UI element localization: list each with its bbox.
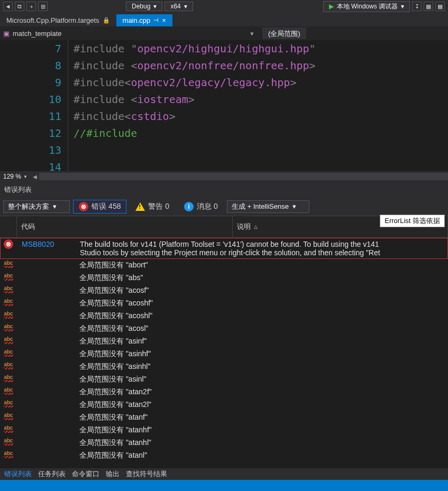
horizontal-scrollbar[interactable]: [39, 173, 448, 180]
tab-main-cpp[interactable]: main.cpp ⊣ ×: [116, 14, 172, 26]
build-intellisense-dropdown[interactable]: 生成 + IntelliSense ▾: [227, 200, 309, 213]
intellisense-icon: abc: [3, 273, 14, 281]
error-row[interactable]: abc全局范围没有 "asinhf": [0, 348, 448, 360]
grid1-icon[interactable]: ▦: [424, 2, 433, 11]
status-bar: [0, 480, 448, 491]
col-icon[interactable]: [0, 216, 17, 237]
line-number: 7: [0, 40, 61, 57]
error-description: 全局范围没有 "asinf": [75, 335, 448, 348]
error-grid-header: 代码 说明△ ErrorList 筛选依据: [0, 216, 448, 238]
tool-tab[interactable]: 查找符号结果: [126, 470, 167, 478]
error-row[interactable]: abc全局范围没有 "asinl": [0, 373, 448, 386]
pin-icon[interactable]: ⊣: [153, 17, 159, 24]
code-line[interactable]: #include "opencv2/highgui/highgui.hpp": [74, 40, 448, 57]
module-icon: ▣: [3, 30, 10, 38]
code-editor[interactable]: 7891011121314 #include "opencv2/highgui/…: [0, 40, 448, 171]
project-dropdown[interactable]: ▣ match_template ▾: [0, 30, 254, 38]
error-description: 全局范围没有 "acosf": [75, 284, 448, 297]
intellisense-icon: abc: [3, 336, 14, 344]
scroll-left-icon[interactable]: ◄: [31, 172, 39, 181]
error-row[interactable]: abc全局范围没有 "atanl": [0, 449, 448, 462]
line-number: 14: [0, 159, 61, 171]
error-row[interactable]: ⊗MSB8020The build tools for v141 (Platfo…: [0, 238, 448, 259]
solution-scope-dropdown[interactable]: 整个解决方案 ▾: [3, 200, 70, 213]
line-number: 10: [0, 91, 61, 108]
messages-count: 消息 0: [197, 202, 218, 211]
error-row[interactable]: abc全局范围没有 "atan2f": [0, 386, 448, 399]
error-row[interactable]: abc全局范围没有 "acosl": [0, 322, 448, 335]
error-description: 全局范围没有 "asinhf": [75, 348, 448, 360]
scope-dropdown[interactable]: (全局范围): [262, 27, 306, 39]
error-grid-body[interactable]: ⊗MSB8020The build tools for v141 (Platfo…: [0, 238, 448, 468]
tab-label: Microsoft.Cpp.Platform.targets: [6, 16, 99, 24]
error-row[interactable]: abc全局范围没有 "abs": [0, 272, 448, 284]
line-number: 11: [0, 108, 61, 125]
code-line[interactable]: #include <opencv2/nonfree/nonfree.hpp>: [74, 57, 448, 74]
code-line[interactable]: #include<opencv2/legacy/legacy.hpp>: [74, 74, 448, 91]
error-description: 全局范围没有 "acoshf": [75, 297, 448, 310]
close-icon[interactable]: ×: [162, 16, 166, 24]
tab-label: main.cpp: [123, 16, 151, 24]
tool-window-tabs: 错误列表 任务列表命令窗口输出查找符号结果: [0, 468, 448, 480]
error-description: 全局范围没有 "atan2f": [75, 386, 448, 399]
copy-icon[interactable]: ⧉: [15, 2, 24, 11]
col-code[interactable]: 代码: [17, 216, 233, 237]
error-row[interactable]: abc全局范围没有 "abort": [0, 259, 448, 272]
error-row[interactable]: abc全局范围没有 "asinf": [0, 335, 448, 348]
nav-back-icon[interactable]: ◄: [3, 2, 13, 11]
intellisense-icon: abc: [3, 400, 14, 407]
main-toolbar: ◄ ⧉ ＋ ⊞ Debug▾ x64▾ ▶本地 Windows 调试器▾ ↧ ▦…: [0, 0, 448, 13]
tool-tab[interactable]: 输出: [106, 470, 120, 478]
tab-platform-targets[interactable]: Microsoft.Cpp.Platform.targets 🔒: [0, 14, 116, 26]
warnings-filter-button[interactable]: 警告 0: [130, 200, 175, 214]
step-icon[interactable]: ↧: [412, 2, 422, 11]
intellisense-icon: abc: [3, 425, 14, 433]
errors-filter-button[interactable]: ⊗ 错误 458: [73, 200, 126, 214]
error-icon: ⊗: [79, 202, 88, 211]
zoom-control[interactable]: 129 % ▼: [0, 173, 31, 180]
errorlist-filter-tooltip: ErrorList 筛选依据: [380, 215, 445, 227]
error-description: 全局范围没有 "atan2l": [75, 399, 448, 411]
tool-tab[interactable]: 命令窗口: [72, 470, 99, 478]
error-row[interactable]: abc全局范围没有 "atanhf": [0, 424, 448, 437]
tab-error-list[interactable]: 错误列表: [4, 469, 32, 479]
error-description: 全局范围没有 "abort": [75, 259, 448, 272]
error-description: 全局范围没有 "atanf": [75, 411, 448, 424]
code-line[interactable]: //#include: [74, 125, 448, 142]
code-line[interactable]: [74, 159, 448, 171]
intellisense-icon: abc: [3, 450, 14, 458]
document-tab-bar: Microsoft.Cpp.Platform.targets 🔒 main.cp…: [0, 13, 448, 26]
intellisense-icon: abc: [3, 285, 14, 293]
error-row[interactable]: abc全局范围没有 "atanhl": [0, 437, 448, 449]
code-line[interactable]: #include <iostream>: [74, 91, 448, 108]
warning-icon: [135, 202, 145, 211]
zoom-value: 129 %: [3, 173, 21, 180]
tool-tab[interactable]: 任务列表: [38, 470, 66, 478]
lock-icon: 🔒: [103, 17, 110, 24]
new-icon[interactable]: ＋: [26, 2, 36, 11]
intellisense-icon: abc: [3, 412, 14, 420]
error-row[interactable]: abc全局范围没有 "asinhl": [0, 360, 448, 373]
grid2-icon[interactable]: ▦: [435, 2, 445, 11]
start-debug-button[interactable]: ▶本地 Windows 调试器▾: [323, 1, 410, 12]
code-body[interactable]: #include "opencv2/highgui/highgui.hpp"#i…: [68, 40, 448, 171]
code-line[interactable]: [74, 142, 448, 159]
devices-icon[interactable]: ⊞: [38, 2, 48, 11]
error-row[interactable]: abc全局范围没有 "acosf": [0, 284, 448, 297]
error-row[interactable]: abc全局范围没有 "acoshf": [0, 297, 448, 310]
error-row[interactable]: abc全局范围没有 "acoshl": [0, 310, 448, 322]
intellisense-icon: abc: [3, 323, 14, 331]
chevron-down-icon[interactable]: ▼: [23, 174, 28, 179]
error-row[interactable]: abc全局范围没有 "atan2l": [0, 399, 448, 411]
error-list-toolbar: 整个解决方案 ▾ ⊗ 错误 458 警告 0 i 消息 0 生成 + Intel…: [0, 198, 448, 216]
warnings-count: 警告 0: [148, 202, 169, 211]
intellisense-icon: abc: [3, 362, 14, 369]
line-number: 8: [0, 57, 61, 74]
platform-dropdown[interactable]: x64▾: [164, 2, 193, 11]
messages-filter-button[interactable]: i 消息 0: [178, 200, 224, 214]
config-dropdown[interactable]: Debug▾: [126, 2, 162, 11]
code-line[interactable]: #include<cstdio>: [74, 108, 448, 125]
error-row[interactable]: abc全局范围没有 "atanf": [0, 411, 448, 424]
errors-count: 错误 458: [92, 202, 121, 211]
line-number: 13: [0, 142, 61, 159]
